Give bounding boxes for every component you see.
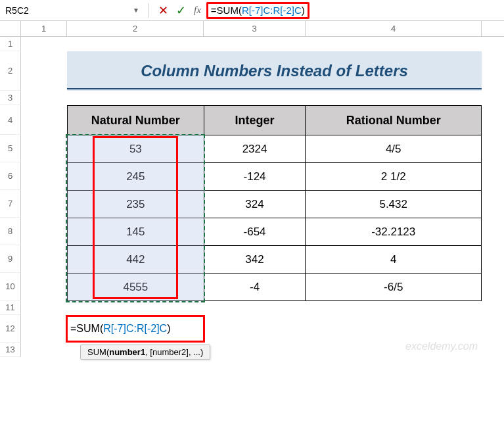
row-header[interactable]: 4 xyxy=(0,105,21,135)
active-cell-highlight: =SUM(R[-7]C:R[-2]C) xyxy=(66,315,205,343)
header-natural[interactable]: Natural Number xyxy=(68,106,204,135)
title-cell[interactable]: Column Numbers Instead of Letters xyxy=(67,51,482,91)
name-box[interactable]: R5C2 ▼ xyxy=(0,2,145,19)
cell[interactable]: 342 xyxy=(204,246,306,274)
cell[interactable]: 145 xyxy=(68,218,204,246)
row-header[interactable]: 9 xyxy=(0,245,21,273)
row-header[interactable]: 11 xyxy=(0,300,21,315)
row-header[interactable]: 12 xyxy=(0,315,21,343)
row-header[interactable]: 10 xyxy=(0,273,21,300)
col-header-2[interactable]: 2 xyxy=(67,21,204,36)
cell[interactable]: -6/5 xyxy=(306,274,482,301)
col-header-4[interactable]: 4 xyxy=(306,21,482,36)
cell[interactable]: 5.432 xyxy=(306,191,482,218)
row-headers: 1 2 3 4 5 6 7 8 9 10 11 12 13 xyxy=(0,37,21,357)
cell[interactable]: 442 xyxy=(68,246,204,274)
table-row: 442 342 4 xyxy=(68,246,482,274)
row-header[interactable]: 6 xyxy=(0,162,21,190)
cell[interactable]: -32.2123 xyxy=(306,218,482,246)
table-row: 4555 -4 -6/5 xyxy=(68,274,482,301)
cell[interactable]: 4 xyxy=(306,246,482,274)
table-row: 245 -124 2 1/2 xyxy=(68,163,482,191)
function-tooltip[interactable]: SUM(number1, [number2], ...) xyxy=(80,345,210,360)
cancel-icon[interactable]: ✕ xyxy=(158,3,168,18)
row-header[interactable]: 8 xyxy=(0,218,21,245)
cell[interactable]: -124 xyxy=(204,163,306,191)
row-header[interactable]: 13 xyxy=(0,343,21,357)
table-row: 235 324 5.432 xyxy=(68,191,482,218)
cell[interactable]: 4555 xyxy=(68,274,204,301)
select-all-corner[interactable] xyxy=(0,21,21,36)
cells-area[interactable]: Column Numbers Instead of Letters Natura… xyxy=(21,37,482,357)
row-header[interactable]: 3 xyxy=(0,91,21,105)
col-header-1[interactable]: 1 xyxy=(21,21,67,36)
cell[interactable]: -654 xyxy=(204,218,306,246)
chevron-down-icon[interactable]: ▼ xyxy=(133,7,139,14)
table-row: 145 -654 -32.2123 xyxy=(68,218,482,246)
header-rational[interactable]: Rational Number xyxy=(306,106,482,135)
cell[interactable]: 324 xyxy=(204,191,306,218)
data-table: Natural Number Integer Rational Number 5… xyxy=(67,105,482,301)
formula-input-highlight: =SUM(R[-7]C:R[-2]C) xyxy=(206,2,309,19)
fx-icon[interactable]: fx xyxy=(194,5,201,16)
row-header[interactable]: 5 xyxy=(0,135,21,162)
cell[interactable]: 53 xyxy=(68,135,204,163)
cell[interactable]: 235 xyxy=(68,191,204,218)
table-row: 53 2324 4/5 xyxy=(68,135,482,163)
formula-buttons: ✕ ✓ fx xyxy=(153,3,206,18)
cell[interactable]: 4/5 xyxy=(306,135,482,163)
table-header-row: Natural Number Integer Rational Number xyxy=(68,106,482,135)
grid: 1 2 3 4 5 6 7 8 9 10 11 12 13 Column Num… xyxy=(0,37,504,357)
column-headers: 1 2 3 4 xyxy=(0,21,504,37)
cell[interactable]: 2324 xyxy=(204,135,306,163)
title-underline xyxy=(67,88,482,89)
cell[interactable]: -4 xyxy=(204,274,306,301)
cell-reference: R5C2 xyxy=(5,5,29,16)
watermark: exceldemy.com xyxy=(405,341,478,352)
active-cell[interactable]: =SUM(R[-7]C:R[-2]C) xyxy=(70,323,170,335)
header-integer[interactable]: Integer xyxy=(204,106,306,135)
row-header[interactable]: 2 xyxy=(0,51,21,91)
cell[interactable]: 245 xyxy=(68,163,204,191)
row-header[interactable]: 7 xyxy=(0,190,21,218)
row-header[interactable]: 1 xyxy=(0,37,21,51)
cell[interactable]: 2 1/2 xyxy=(306,163,482,191)
formula-bar: R5C2 ▼ ✕ ✓ fx =SUM(R[-7]C:R[-2]C) xyxy=(0,0,504,21)
formula-input[interactable]: =SUM(R[-7]C:R[-2]C) xyxy=(211,5,305,16)
enter-icon[interactable]: ✓ xyxy=(176,3,186,18)
divider xyxy=(149,3,149,18)
col-header-3[interactable]: 3 xyxy=(204,21,306,36)
